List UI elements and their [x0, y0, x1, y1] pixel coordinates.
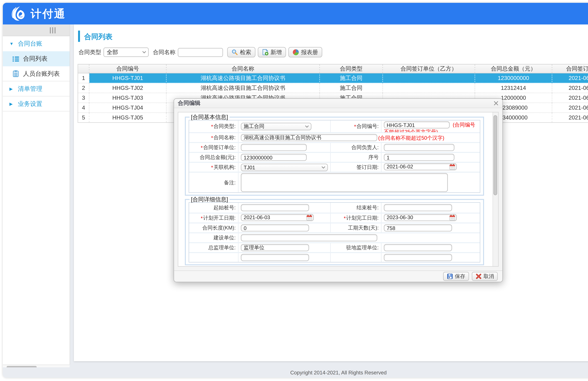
cancel-button[interactable]: 取消: [472, 272, 498, 281]
calendar-icon: [306, 214, 312, 220]
app-logo-icon: [10, 6, 26, 22]
row-number: 5: [78, 113, 89, 123]
cell-contract-code: HHGS-TJ04: [89, 103, 166, 113]
save-label: 保存: [455, 273, 465, 280]
row-number: 2: [78, 83, 89, 93]
dialog-scrollbar[interactable]: [492, 112, 498, 266]
cell-contract-code: HHGS-TJ01: [89, 73, 166, 83]
sidebar-item-label: 合同台账: [18, 40, 42, 48]
remark-field[interactable]: [241, 173, 448, 192]
triangle-right-icon: ▶: [9, 86, 14, 91]
add-label: 新增: [271, 48, 282, 56]
field-label-type: 合同类型:: [189, 120, 238, 132]
dialog-footer: 保存 取消: [174, 271, 502, 282]
plan-start-field[interactable]: [241, 214, 314, 222]
cell-contract-code: HHGS-TJ02: [89, 83, 166, 93]
stake-end-field[interactable]: [384, 204, 452, 211]
amount-field[interactable]: [241, 154, 307, 161]
field-label-days: 工期天数(天):: [330, 223, 381, 232]
field-label-manager: 合同负责人:: [330, 143, 381, 152]
copyright-text: Copyright 2014-2021, All Rights Reserved: [290, 370, 387, 375]
detail-section-title: [合同详细信息]: [189, 197, 230, 202]
clipboard-icon: [12, 70, 19, 77]
supervisor-chief-field[interactable]: [241, 244, 309, 251]
field-label-stake-end: 结束桩号:: [330, 203, 381, 212]
sidebar-item-business-settings[interactable]: ▶ 业务设置: [3, 96, 70, 111]
search-icon: [231, 49, 238, 56]
dialog-title: 合同编辑: [178, 99, 200, 107]
scrollbar-thumb[interactable]: [493, 115, 497, 195]
cell-contract-type: 施工合同: [320, 73, 383, 83]
sidebar-collapse-strip[interactable]: [3, 24, 70, 36]
days-field[interactable]: [384, 224, 452, 232]
search-button[interactable]: 检索: [227, 47, 255, 57]
cell-contract-name: 湖杭高速公路项目施工合同协议书: [166, 73, 320, 83]
cell-contract-date: 2021-06-02: [552, 113, 588, 123]
table-row[interactable]: 2 HHGS-TJ02 湖杭高速公路项目施工合同协议书 施工合同 1231241…: [78, 83, 588, 93]
table-header-row: 合同编号 合同名称 合同类型 合同签订单位（乙方） 合同总金额（元） 合同签订日…: [78, 64, 588, 73]
clipped-input[interactable]: [241, 254, 309, 261]
length-field[interactable]: [241, 224, 309, 232]
contract-name-field[interactable]: [241, 134, 377, 141]
close-icon[interactable]: [493, 100, 499, 106]
save-icon: [447, 273, 453, 279]
add-button[interactable]: 新增: [258, 47, 286, 57]
builder-field[interactable]: [241, 234, 377, 241]
sign-date-field[interactable]: [384, 163, 457, 171]
sidebar-item-label: 合同列表: [23, 55, 47, 63]
sign-unit-field[interactable]: [241, 144, 307, 151]
topbar: 计付通 通知 管理员: [3, 3, 588, 24]
supervisor-resident-field[interactable]: [384, 244, 452, 251]
plan-end-field[interactable]: [384, 214, 457, 222]
detail-info-section: [合同详细信息] 起始桩号: 结束桩号: 计划开工日期:: [185, 197, 484, 265]
contract-name-input[interactable]: [178, 48, 223, 57]
brand: 计付通: [10, 6, 66, 22]
sidebar-item-contract-list[interactable]: 合同列表: [3, 51, 70, 66]
manager-field[interactable]: [384, 144, 454, 151]
sidebar: ▼ 合同台账 合同列表: [3, 24, 70, 364]
row-number: 4: [78, 103, 89, 113]
chevron-down-icon: [321, 166, 326, 169]
clipped-input[interactable]: [384, 254, 452, 261]
sidebar-item-contract-ledger[interactable]: ▼ 合同台账: [3, 36, 70, 51]
contract-type-select[interactable]: 全部: [104, 47, 149, 57]
row-number: 1: [78, 73, 89, 83]
field-label-length: 合同长度(KM):: [189, 223, 238, 232]
filter-bar: 合同类型 全部 合同名称 检索: [79, 47, 322, 57]
cell-contract-amount: 1230000000: [475, 73, 552, 83]
table-row[interactable]: 1 HHGS-TJ01 湖杭高速公路项目施工合同协议书 施工合同 1230000…: [78, 73, 588, 83]
sidebar-item-personnel-ledger[interactable]: 人员台账列表: [3, 66, 70, 81]
contract-type-field[interactable]: 施工合同: [241, 123, 311, 130]
stake-start-field[interactable]: [241, 204, 309, 211]
select-value: 全部: [107, 48, 118, 56]
sidebar-item-list-mgmt[interactable]: ▶ 清单管理: [3, 81, 70, 96]
seq-field[interactable]: [384, 154, 454, 161]
cell-contract-date: 2021-06-02: [552, 83, 588, 93]
dialog-body: [合同基本信息] 合同类型: 施工合同 合同编号:: [174, 108, 502, 271]
sidebar-nav: ▼ 合同台账 合同列表: [3, 36, 70, 111]
col-row-number: [78, 64, 89, 73]
col-contract-date: 合同签订日期: [552, 64, 588, 73]
org-select-field[interactable]: TJ01: [241, 164, 328, 171]
cell-contract-amount: 12312414: [475, 83, 552, 93]
sidebar-item-label: 人员台账列表: [23, 69, 60, 78]
field-label-seq: 序号: [330, 153, 381, 162]
report-button[interactable]: 报表册: [288, 47, 322, 57]
sidebar-item-label: 业务设置: [18, 100, 42, 108]
add-doc-icon: [262, 49, 269, 56]
field-label-supervisor-resident: 驻地监理单位:: [330, 243, 381, 252]
field-label-clipped: [189, 253, 238, 262]
cell-contract-party: [383, 83, 475, 93]
cell-contract-date: 2021-06-02: [552, 103, 588, 113]
cell-contract-date: 2021-06-02: [552, 73, 588, 83]
col-contract-name: 合同名称: [166, 64, 320, 73]
field-label-supervisor-chief: 总监理单位:: [189, 243, 238, 252]
page-title-row: 合同列表: [74, 24, 588, 45]
dialog-titlebar[interactable]: 合同编辑: [174, 99, 502, 108]
report-label: 报表册: [301, 48, 318, 56]
collapse-grip-icon: [50, 27, 56, 33]
save-button[interactable]: 保存: [443, 272, 469, 281]
title-accent-bar: [78, 31, 80, 42]
contract-code-field[interactable]: [384, 121, 450, 128]
col-contract-type: 合同类型: [320, 64, 383, 73]
